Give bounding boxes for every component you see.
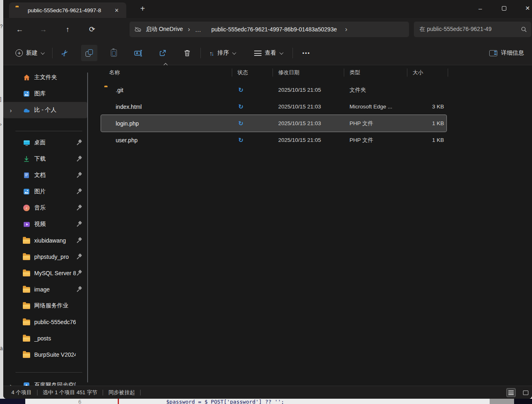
breadcrumb-onedrive[interactable]: 启动 OneDrive <box>146 26 183 33</box>
sidebar-separator <box>15 372 82 373</box>
chevron-down-icon <box>232 51 236 55</box>
file-row-login-php[interactable]: login.php ↻ 2025/10/15 21:03 PHP 文件 1 KB <box>101 115 446 132</box>
file-list: 名称 状态 修改日期 类型 大小 .git ↻ 2025/10/15 21:05… <box>93 65 532 386</box>
editor-scroll-segment <box>490 399 514 404</box>
folder-tab-icon <box>15 7 23 13</box>
cut-button[interactable]: ✂ <box>57 45 73 61</box>
sidebar-item-videos[interactable]: 视频 <box>3 216 87 232</box>
sidebar-scrollbar[interactable] <box>87 73 88 382</box>
pin-icon <box>76 254 82 260</box>
desktop-icon <box>23 139 30 146</box>
new-tab-button[interactable]: + <box>137 4 148 13</box>
sync-pending-icon: ↻ <box>238 103 244 110</box>
share-button[interactable] <box>154 45 171 61</box>
details-pane-button[interactable]: 详细信息 <box>485 45 528 61</box>
editor-red-marker <box>118 399 119 404</box>
sidebar-item-xiubidawang[interactable]: xiubidawang <box>3 232 87 249</box>
folder-icon <box>23 302 30 309</box>
file-row-git[interactable]: .git ↻ 2025/10/15 21:05 文件夹 <box>101 82 446 98</box>
column-header-modified[interactable]: 修改日期 <box>273 68 344 77</box>
sidebar-item-desktop[interactable]: 桌面 <box>3 135 87 151</box>
view-button[interactable]: 查看 <box>250 45 286 61</box>
sidebar-item-phpstudy-pro[interactable]: phpstudy_pro <box>3 249 87 265</box>
chevron-right-icon[interactable]: › <box>10 107 12 114</box>
sidebar-item-posts[interactable]: _posts <box>3 330 87 347</box>
pin-icon <box>76 139 82 146</box>
pin-icon <box>76 188 82 194</box>
sidebar-item-web-service-homework[interactable]: 网络服务作业 <box>3 298 87 314</box>
maximize-button[interactable] <box>495 0 513 16</box>
editor-code-line: $password = $_POST['password'] ?? ''; <box>166 399 284 404</box>
selection-info: 选中 1 个项目 451 字节 <box>43 389 97 396</box>
sidebar-item-burpsuite[interactable]: BurpSuite V2024.6 <box>3 347 87 363</box>
chevron-right-icon[interactable]: › <box>10 382 12 386</box>
file-row-user-php[interactable]: user.php ↻ 2025/10/15 21:05 PHP 文件 1 KB <box>101 132 446 148</box>
search-box[interactable] <box>414 22 531 37</box>
sort-button[interactable]: ↑↓ 排序 <box>205 45 239 61</box>
delete-button[interactable] <box>179 45 195 61</box>
tab-title: public-555edc76-9621-4997-8 <box>28 7 112 13</box>
gallery-icon <box>23 90 30 97</box>
refresh-button[interactable]: ⟳ <box>86 23 99 36</box>
folder-icon <box>23 351 30 358</box>
forward-button[interactable]: → <box>37 23 50 36</box>
close-button[interactable]: ✕ <box>518 0 532 16</box>
sidebar-item-pictures[interactable]: 图片 <box>3 183 87 200</box>
tab-close-icon[interactable]: ✕ <box>112 7 121 14</box>
sidebar-item-gallery[interactable]: 图库 <box>3 86 87 102</box>
editor-dark-corner <box>514 399 532 404</box>
breadcrumb-current-folder[interactable]: public-555edc76-9621-4997-86b9-01483a502… <box>211 26 337 33</box>
column-header-size[interactable]: 大小 <box>407 68 448 77</box>
icons-view-toggle[interactable] <box>521 388 530 397</box>
sidebar-item-netdisk-sync[interactable]: › 百度网盘同步空间 <box>3 377 87 386</box>
sidebar-item-public-folder[interactable]: public-555edc76- <box>3 314 87 330</box>
navigation-pane: 主文件夹 图库 › 比 - 个人 桌面 下 <box>3 65 91 386</box>
details-view-icon <box>508 391 514 395</box>
search-input[interactable] <box>420 26 521 33</box>
chevron-right-icon[interactable]: › <box>187 25 191 33</box>
minimize-button[interactable]: – <box>471 0 490 16</box>
more-options-button[interactable]: ••• <box>297 45 315 61</box>
file-icon <box>104 120 112 127</box>
paste-button[interactable] <box>106 45 122 61</box>
sidebar-item-image[interactable]: image <box>3 281 87 298</box>
breadcrumb-collapsed[interactable]: … <box>195 26 202 33</box>
search-icon <box>521 26 527 33</box>
rename-button[interactable] <box>130 45 146 61</box>
more-icon: ••• <box>302 50 310 56</box>
back-button[interactable]: ← <box>13 23 26 36</box>
folder-icon <box>104 87 112 93</box>
sidebar-item-home[interactable]: 主文件夹 <box>3 69 87 86</box>
chevron-down-icon <box>41 51 45 55</box>
column-header-name[interactable]: 名称 <box>93 68 232 77</box>
rename-icon <box>134 50 143 57</box>
column-header-type[interactable]: 类型 <box>344 68 407 77</box>
copy-button[interactable] <box>81 45 97 61</box>
toolbar: + 新建 ✂ <box>3 41 532 65</box>
sort-icon: ↑↓ <box>209 50 214 57</box>
trash-icon <box>184 49 191 57</box>
new-button[interactable]: + 新建 <box>11 45 48 61</box>
cut-icon: ✂ <box>59 47 70 59</box>
folder-icon <box>23 269 30 277</box>
sidebar-item-mysql-server[interactable]: MySQL Server 8 <box>3 265 87 281</box>
chevron-down-icon <box>279 51 284 55</box>
sidebar-separator <box>15 131 82 131</box>
item-count: 4 个项目 <box>11 389 32 396</box>
sidebar-item-music[interactable]: ♪ 音乐 <box>3 200 87 216</box>
up-button[interactable]: ↑ <box>61 23 74 36</box>
column-headers: 名称 状态 修改日期 类型 大小 <box>93 65 532 80</box>
explorer-tab[interactable]: public-555edc76-9621-4997-8 ✕ <box>9 2 126 18</box>
sidebar-item-onedrive-personal[interactable]: › 比 - 个人 <box>3 102 87 118</box>
breadcrumb[interactable]: 启动 OneDrive › … public-555edc76-9621-499… <box>130 22 409 37</box>
folder-icon <box>23 318 30 326</box>
view-lines-icon <box>254 51 262 56</box>
videos-icon <box>23 221 30 228</box>
music-icon: ♪ <box>23 204 30 212</box>
details-view-toggle[interactable] <box>506 388 516 397</box>
sidebar-item-downloads[interactable]: 下载 <box>3 151 87 167</box>
sidebar-item-documents[interactable]: 文档 <box>3 167 87 183</box>
file-row-index-html[interactable]: index.html ↻ 2025/10/15 21:03 Microsoft … <box>101 98 446 115</box>
column-header-status[interactable]: 状态 <box>232 68 273 77</box>
chevron-right-icon[interactable]: › <box>344 25 348 33</box>
